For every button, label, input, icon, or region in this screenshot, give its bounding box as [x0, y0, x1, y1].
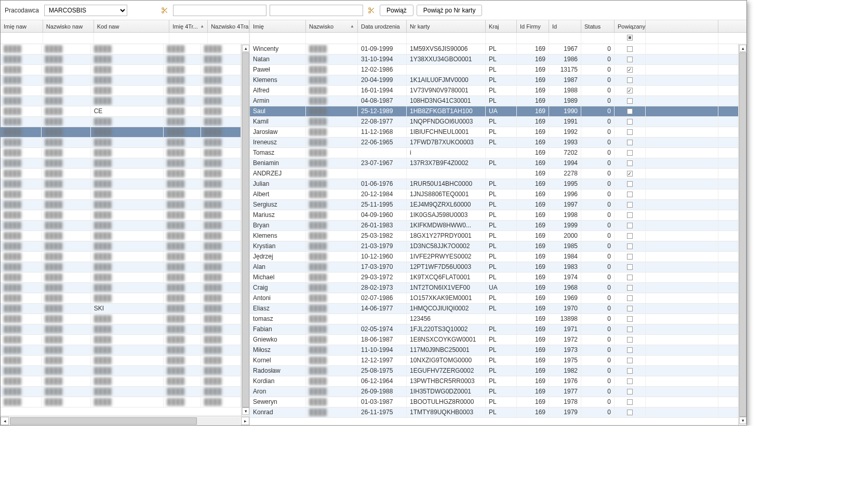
linked-checkbox[interactable] [615, 86, 646, 96]
linked-checkbox[interactable] [615, 345, 646, 355]
col-nazwisko-naw[interactable]: Nazwisko naw [43, 20, 94, 32]
left-hscroll-thumb[interactable] [10, 417, 197, 425]
table-row[interactable]: ████████CE████████ [1, 106, 241, 117]
linked-checkbox[interactable] [615, 335, 646, 345]
linked-checkbox[interactable] [615, 200, 646, 210]
linked-checkbox[interactable] [615, 65, 646, 75]
linked-checkbox[interactable] [615, 366, 646, 376]
filter-input-2[interactable] [270, 5, 363, 16]
table-row[interactable]: ████████████████████ [1, 179, 241, 189]
left-filter-1[interactable] [43, 33, 94, 43]
right-filter-id[interactable] [549, 33, 581, 43]
table-row[interactable]: ████████████████████ [1, 335, 241, 345]
table-row[interactable]: ████████████████████ [1, 262, 241, 273]
table-row[interactable]: Krystian████21-03-19791D3NC58JJK7O0002PL… [250, 241, 738, 252]
table-row[interactable]: ████████████████████ [1, 314, 241, 324]
employer-select[interactable]: MARCOSBIS [44, 5, 127, 16]
col-imie-naw[interactable]: Imię naw [1, 20, 43, 32]
linked-checkbox[interactable] [615, 106, 646, 116]
col-id-firmy[interactable]: Id Firmy [517, 20, 549, 32]
table-row[interactable]: Jarosław████11-12-19681IBIUFCHNEUL0001PL… [250, 127, 738, 138]
table-row[interactable]: Kamil████22-08-19771NQPFNDGOI6U0003PL169… [250, 117, 738, 127]
right-filter-imie[interactable] [250, 33, 305, 43]
table-row[interactable]: tomasz████123456169138980 [250, 314, 738, 324]
linked-checkbox[interactable] [615, 324, 646, 334]
cut-icon-2[interactable] [366, 5, 377, 16]
table-row[interactable]: Konrad████26-11-19751TMTY89UQKHB0003PL16… [250, 407, 738, 418]
table-row[interactable]: Beniamin████23-07-1967137R3X7B9F4Z0002PL… [250, 158, 738, 169]
linked-checkbox[interactable] [615, 252, 646, 262]
left-filter-3[interactable] [169, 33, 207, 43]
table-row[interactable]: Radosław████25-08-19751EGUFHV7ZERG0002PL… [250, 366, 738, 376]
table-row[interactable]: Ireneusz████22-06-196517FWD7B7XUKO0003PL… [250, 138, 738, 148]
table-row[interactable]: Kornel████12-12-199710NXZIG9TOMG0000PL16… [250, 356, 738, 366]
linked-checkbox[interactable] [615, 55, 646, 64]
linked-checkbox[interactable] [615, 387, 646, 397]
right-filter-data[interactable] [358, 33, 406, 43]
table-row[interactable]: ████████████████████ [1, 55, 241, 65]
left-filter-2[interactable] [94, 33, 169, 43]
table-row[interactable]: ████████████████████ [1, 356, 241, 366]
linked-checkbox[interactable] [615, 210, 646, 220]
table-row[interactable]: ████████████████████ [1, 65, 241, 75]
table-row[interactable]: ████████████████████ [1, 148, 241, 158]
table-row[interactable]: ████████████████████ [1, 221, 241, 231]
right-filter-karta[interactable] [407, 33, 485, 43]
linked-checkbox[interactable] [615, 376, 646, 386]
table-row[interactable]: ████████████████████ [1, 397, 241, 407]
table-row[interactable]: Albert████20-12-19841JNJS8806TEQ0001PL16… [250, 189, 738, 200]
col-kraj[interactable]: Kraj [486, 20, 517, 32]
table-row[interactable]: Bryan████26-01-19831KIFKMDW8HWW0...PL169… [250, 221, 738, 231]
linked-checkbox[interactable] [615, 283, 646, 293]
table-row[interactable]: Alan████17-03-197012PT1WF7D56U0003PL1691… [250, 262, 738, 273]
right-filter-status[interactable] [581, 33, 614, 43]
linked-checkbox[interactable] [615, 75, 646, 85]
table-row[interactable]: Julian████01-06-19761RUR50U14BHC0000PL16… [250, 179, 738, 189]
table-row[interactable]: ████████████████████ [1, 138, 241, 148]
scroll-left-icon[interactable]: ◂ [1, 417, 9, 425]
col-nazwisko-4trans[interactable]: Nazwisko 4Trans [208, 20, 249, 32]
linked-checkbox[interactable] [615, 169, 646, 179]
left-vscroll-thumb[interactable] [242, 52, 249, 407]
table-row[interactable]: ████████████████████ [1, 200, 241, 210]
left-vscroll[interactable]: ▴ ▾ [241, 44, 249, 416]
table-row[interactable]: ████████████████████ [1, 283, 241, 293]
table-row[interactable]: Kordian████06-12-196413PWTHBCR5RR0003PL1… [250, 376, 738, 387]
table-row[interactable]: ████████████████████ [1, 189, 241, 200]
col-kod-naw[interactable]: Kod naw [94, 20, 170, 32]
linked-checkbox[interactable] [615, 293, 646, 303]
table-row[interactable]: Tomasz████i16972020 [250, 148, 738, 158]
right-vscroll[interactable]: ▴ ▾ [738, 44, 746, 425]
col-imie[interactable]: Imię [250, 20, 306, 32]
linked-checkbox[interactable] [615, 96, 646, 106]
left-filter-0[interactable] [1, 33, 43, 43]
linked-checkbox[interactable] [615, 273, 646, 282]
table-row[interactable]: Gniewko████18-06-19871E8NSXCOYKGW0001PL1… [250, 335, 738, 345]
col-extra[interactable] [646, 20, 718, 32]
table-row[interactable]: Aron████26-09-19881IH35TDWG0DZ0001PL1691… [250, 387, 738, 397]
table-row[interactable]: ████████████████████ [1, 273, 241, 283]
table-row[interactable]: ████████████████████ [1, 75, 241, 86]
table-row[interactable]: Sergiusz████25-11-19951EJ4M9QZRXL60000PL… [250, 200, 738, 210]
table-row[interactable]: Klemens████25-03-198218GX1Y27PRDY0001PL1… [250, 231, 738, 241]
table-row[interactable]: ████████████████████ [1, 345, 241, 356]
table-row[interactable]: Natan████31-10-19941Y38XXU34GBO0001PL169… [250, 55, 738, 65]
linked-checkbox[interactable] [615, 407, 646, 417]
linked-checkbox[interactable] [615, 221, 646, 230]
col-nazwisko[interactable]: Nazwisko [306, 20, 358, 32]
scroll-up-icon[interactable]: ▴ [242, 45, 249, 52]
table-row[interactable]: Craig████28-02-19731NT2TON6IX1VEF00UA169… [250, 283, 738, 293]
left-hscroll[interactable]: ◂ ▸ [1, 416, 249, 425]
scroll-right-icon[interactable]: ▸ [241, 417, 249, 425]
col-data-urodzenia[interactable]: Data urodzenia [358, 20, 407, 32]
table-row[interactable]: Fabian████02-05-19741FJL220TS3Q10002PL16… [250, 324, 738, 335]
right-filter-firma[interactable] [517, 33, 549, 43]
table-row[interactable]: ████████████████████ [1, 44, 241, 55]
table-row[interactable]: ████████████████████ [1, 210, 241, 221]
linked-checkbox[interactable] [615, 117, 646, 127]
linked-checkbox[interactable] [615, 262, 646, 272]
table-row[interactable]: Michael████29-03-19721K9TXCQ6FLAT0001PL1… [250, 273, 738, 283]
col-nr-karty[interactable]: Nr karty [407, 20, 486, 32]
table-row[interactable]: ████████████████████ [1, 117, 241, 127]
table-row[interactable]: ████████████████████ [1, 241, 241, 252]
